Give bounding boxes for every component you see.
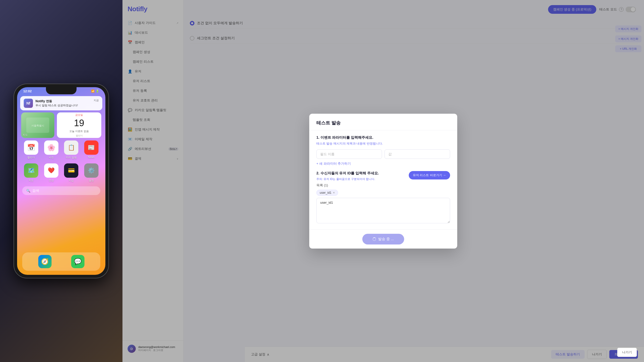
phone-screen: 12:02 📶 🔋 Nf Notifly 연동 푸시 알림 테스트 성공하였습니… — [17, 87, 105, 275]
health-app-icon: ❤️ — [44, 163, 58, 178]
phone-mockup: 12:02 📶 🔋 Nf Notifly 연동 푸시 알림 테스트 성공하였습니… — [0, 0, 122, 362]
app-health[interactable]: ❤️ 건강 — [42, 163, 60, 182]
photos-app-icon: 🌸 — [44, 140, 58, 155]
send-button: 발송 중 ... — [362, 234, 404, 244]
news-app-icon: 📰 — [84, 140, 98, 155]
add-param-label: + 새 파라미터 추가하기 — [316, 161, 351, 166]
app-row-1: 📅 캘린더 🌸 사진 📋 미리 알림 📰 News — [17, 140, 105, 159]
app-wallet[interactable]: 💳 지갑 — [62, 163, 80, 182]
modal-header: 테스트 발송 — [309, 114, 457, 130]
user-id-textarea[interactable]: user_id1 — [316, 198, 450, 223]
maps-app-icon: 🗺️ — [24, 163, 38, 178]
notif-app-icon: Nf — [24, 99, 33, 108]
user-note: 주의: 유저 ID는 줄바꿈으로 구분되어야 합니다. — [316, 177, 409, 181]
user-list-button[interactable]: 유저 리스트 바로가기 → — [409, 171, 450, 179]
add-param-link[interactable]: + 새 파라미터 추가하기 — [316, 161, 450, 166]
messages-dock-icon[interactable]: 💬 — [71, 255, 84, 268]
app-photos[interactable]: 🌸 사진 — [42, 140, 60, 159]
reminders-app-icon: 📋 — [64, 140, 78, 155]
phone-time: 12:02 — [23, 89, 32, 93]
phone-frame: 12:02 📶 🔋 Nf Notifly 연동 푸시 알림 테스트 성공하였습니… — [14, 84, 108, 278]
calendar-day: 금요일 — [75, 113, 83, 117]
app-reminders[interactable]: 📋 미리 알림 — [62, 140, 80, 159]
modal-overlay: 테스트 발송 1. 이벤트 파라미터를 입력해주세요. 테스트 발송 메시지의 … — [122, 0, 644, 362]
search-icon: 🔍 — [26, 189, 30, 193]
modal-body: 1. 이벤트 파라미터를 입력해주세요. 테스트 발송 메시지의 제목과 내용에… — [309, 130, 457, 229]
modal-section2-title: 2. 수신자들의 유저 ID를 입력해 주세요. — [316, 171, 409, 176]
widget-row: 지도 금요일 19 오늘 이벤트 없음 캘린더 — [17, 112, 105, 138]
notif-title: Notifly 연동 — [35, 99, 91, 104]
calendar-label: 캘린더 — [76, 134, 83, 137]
modal-title: 테스트 발송 — [316, 120, 450, 126]
map-overlay — [21, 112, 54, 138]
main-app-area: Notifly 📄 사용자 가이드 ↗ 📊 대시보드 📅 캠페인 캠페인 생성 … — [122, 0, 644, 362]
app-calendar[interactable]: 📅 캘린더 — [22, 140, 40, 159]
param-row — [316, 149, 450, 159]
notif-content: Notifly 연동 푸시 알림 테스트 성공하였습니다! — [35, 99, 91, 107]
modal-section1-subtitle: 테스트 발송 메시지의 제목과 내용에 반영됩니다. — [316, 141, 450, 146]
search-bar[interactable]: 🔍 검색 — [22, 186, 100, 195]
field-value-input[interactable] — [385, 149, 450, 159]
user-tag: user_id1 × — [316, 190, 338, 196]
loading-spinner — [373, 237, 376, 241]
section2-header: 2. 수신자들의 유저 ID를 입력해 주세요. 주의: 유저 ID는 줄바꿈으… — [316, 171, 450, 181]
calendar-widget: 금요일 19 오늘 이벤트 없음 캘린더 — [57, 112, 101, 138]
modal-footer: 발송 중 ... — [309, 229, 457, 249]
calendar-number: 19 — [74, 118, 84, 128]
user-tag-text: user_id1 — [320, 191, 331, 195]
photos-app-label: 사진 — [49, 156, 54, 159]
wallet-app-icon: 💳 — [64, 163, 78, 178]
notification-banner: Nf Notifly 연동 푸시 알림 테스트 성공하였습니다! 지금 — [20, 96, 102, 110]
settings-app-icon: ⚙️ — [84, 163, 98, 178]
phone-notch — [46, 87, 77, 94]
user-tag-close[interactable]: × — [333, 191, 335, 195]
calendar-app-label: 캘린더 — [27, 156, 35, 159]
notif-time: 지금 — [94, 99, 99, 102]
app-settings[interactable]: ⚙️ 설정 — [82, 163, 100, 182]
calendar-event: 오늘 이벤트 없음 — [69, 130, 89, 133]
maps-app-label: 지도 — [29, 179, 34, 182]
reminders-app-label: 미리 알림 — [66, 156, 77, 159]
app-news[interactable]: 📰 News — [82, 140, 100, 159]
battery-icon: 🔋 — [96, 89, 99, 93]
safari-dock-icon[interactable]: 🧭 — [38, 255, 52, 268]
list-label: 목록 (1) — [316, 183, 450, 188]
health-app-label: 건강 — [49, 179, 54, 182]
news-app-label: News — [88, 156, 94, 159]
settings-app-label: 설정 — [89, 179, 94, 182]
modal-section1-title: 1. 이벤트 파라미터를 입력해주세요. — [316, 135, 450, 140]
search-label: 검색 — [32, 188, 39, 193]
section2-left: 2. 수신자들의 유저 ID를 입력해 주세요. 주의: 유저 ID는 줄바꿈으… — [316, 171, 409, 181]
calendar-app-icon: 📅 — [24, 140, 38, 155]
wallet-app-label: 지갑 — [69, 179, 74, 182]
phone-dock: 🧭 💬 — [22, 252, 100, 271]
notif-body: 푸시 알림 테스트 성공하였습니다! — [35, 104, 91, 107]
map-widget: 지도 — [21, 112, 54, 138]
wifi-icon: 📶 — [91, 89, 95, 93]
test-send-modal: 테스트 발송 1. 이벤트 파라미터를 입력해주세요. 테스트 발송 메시지의 … — [309, 114, 457, 249]
app-row-2: 🗺️ 지도 ❤️ 건강 💳 지갑 ⚙️ 설정 — [17, 163, 105, 182]
status-icons: 📶 🔋 — [91, 89, 99, 93]
send-btn-label: 발송 중 ... — [378, 237, 394, 241]
app-maps[interactable]: 🗺️ 지도 — [22, 163, 40, 182]
field-name-input[interactable] — [316, 149, 382, 159]
modal-section2: 2. 수신자들의 유저 ID를 입력해 주세요. 주의: 유저 ID는 줄바꿈으… — [316, 171, 450, 224]
